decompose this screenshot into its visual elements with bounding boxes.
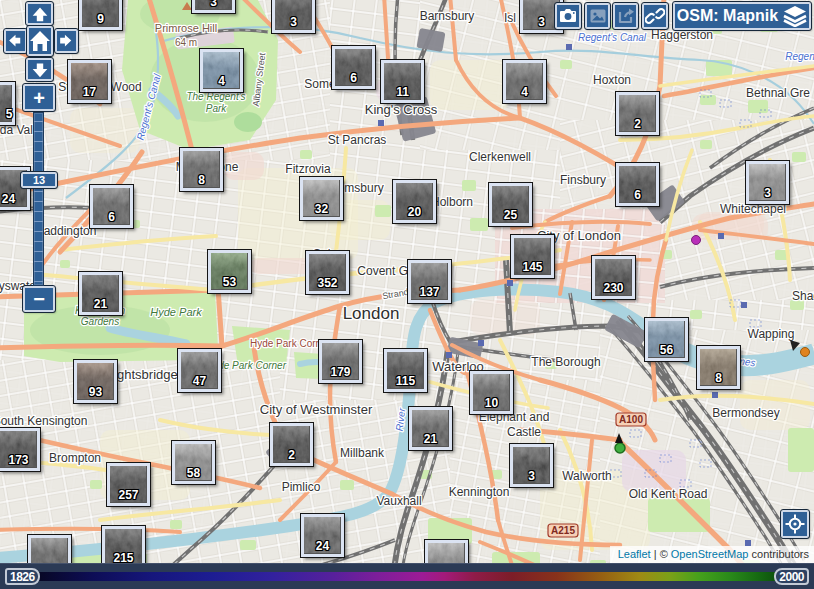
svg-text:Gardens: Gardens bbox=[81, 316, 119, 327]
svg-text:Brompton: Brompton bbox=[49, 451, 101, 465]
svg-text:Finsbury: Finsbury bbox=[560, 173, 606, 187]
svg-text:Millbank: Millbank bbox=[340, 446, 385, 460]
svg-text:Pimlico: Pimlico bbox=[282, 480, 321, 494]
svg-text:Fitzrovia: Fitzrovia bbox=[285, 162, 331, 176]
svg-text:London: London bbox=[343, 304, 400, 323]
svg-text:Vauxhall: Vauxhall bbox=[376, 494, 421, 508]
svg-text:South Kensington: South Kensington bbox=[0, 414, 87, 428]
svg-text:Shad: Shad bbox=[792, 289, 814, 303]
svg-text:Park: Park bbox=[206, 103, 228, 114]
svg-text:Hyde Park: Hyde Park bbox=[150, 306, 202, 318]
svg-text:Regent's Canal: Regent's Canal bbox=[578, 32, 647, 43]
svg-text:City of Westminster: City of Westminster bbox=[260, 402, 373, 417]
svg-text:Kennington: Kennington bbox=[449, 485, 510, 499]
svg-text:Haggerston: Haggerston bbox=[651, 28, 713, 42]
svg-text:Clerkenwell: Clerkenwell bbox=[469, 150, 531, 164]
svg-text:Holborn: Holborn bbox=[431, 195, 473, 209]
svg-text:A100: A100 bbox=[619, 414, 643, 425]
svg-text:Regen: Regen bbox=[785, 51, 814, 62]
svg-text:Paddington: Paddington bbox=[36, 224, 97, 238]
svg-text:Whitechapel: Whitechapel bbox=[720, 202, 786, 216]
svg-text:King's Cross: King's Cross bbox=[365, 102, 438, 117]
svg-text:Hoxton: Hoxton bbox=[593, 73, 631, 87]
svg-text:Castle: Castle bbox=[507, 425, 541, 439]
svg-text:Wapping: Wapping bbox=[748, 327, 795, 341]
svg-text:A215: A215 bbox=[551, 525, 575, 536]
svg-text:64 m: 64 m bbox=[175, 37, 197, 48]
svg-text:Old Kent Road: Old Kent Road bbox=[629, 487, 708, 501]
svg-text:Primrose Hill: Primrose Hill bbox=[155, 22, 217, 34]
svg-text:St Pancras: St Pancras bbox=[328, 133, 387, 147]
svg-text:Isl: Isl bbox=[504, 11, 516, 25]
svg-text:Walworth: Walworth bbox=[562, 469, 612, 483]
svg-text:Barnsbury: Barnsbury bbox=[420, 9, 475, 23]
svg-text:The Regent's: The Regent's bbox=[186, 91, 245, 102]
svg-text:Bethnal Gre: Bethnal Gre bbox=[746, 86, 810, 100]
svg-text:Bermondsey: Bermondsey bbox=[712, 406, 779, 420]
svg-text:The Borough: The Borough bbox=[531, 355, 600, 369]
